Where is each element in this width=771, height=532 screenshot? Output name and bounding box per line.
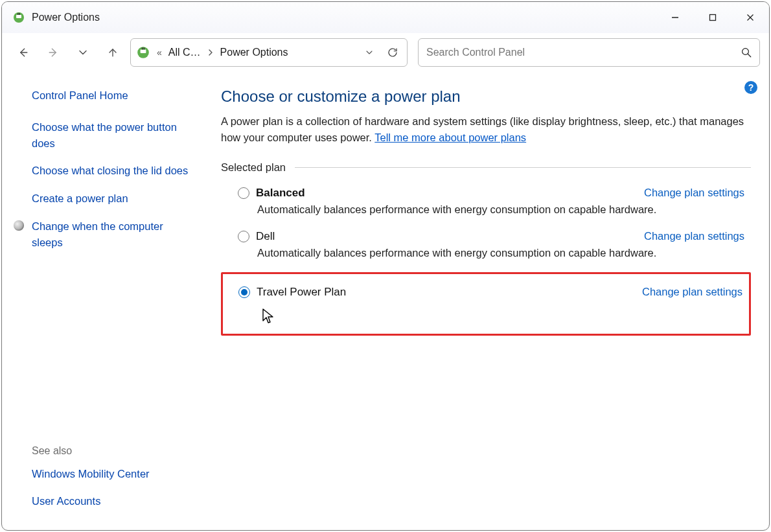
sidebar-link-power-button[interactable]: Choose what the power button does — [32, 119, 196, 152]
sidebar-link-create-plan[interactable]: Create a power plan — [32, 191, 196, 207]
sidebar: Control Panel Home Choose what the power… — [2, 76, 209, 522]
svg-rect-9 — [141, 50, 146, 54]
power-options-app-icon — [12, 11, 25, 24]
change-plan-settings-link[interactable]: Change plan settings — [644, 230, 744, 242]
current-page-bullet-icon — [14, 220, 24, 231]
power-plan-item: Balanced Change plan settings Automatica… — [221, 183, 751, 226]
search-icon[interactable] — [740, 47, 753, 58]
up-button[interactable] — [100, 40, 125, 65]
refresh-button[interactable] — [382, 47, 403, 58]
change-plan-settings-link[interactable]: Change plan settings — [644, 187, 744, 199]
maximize-button[interactable] — [694, 2, 731, 33]
svg-line-13 — [748, 54, 751, 57]
power-plan-item-selected: Travel Power Plan Change plan settings — [221, 272, 751, 336]
plan-name: Dell — [256, 230, 275, 243]
back-button[interactable] — [11, 40, 36, 65]
svg-rect-1 — [16, 15, 21, 18]
svg-rect-11 — [144, 47, 145, 49]
content-area: Control Panel Home Choose what the power… — [2, 76, 769, 522]
forward-button[interactable] — [41, 40, 65, 65]
svg-rect-5 — [710, 15, 716, 21]
close-button[interactable] — [731, 2, 769, 33]
selected-plan-label: Selected plan — [221, 161, 286, 174]
minimize-button[interactable] — [656, 2, 694, 33]
plan-radio-travel[interactable] — [238, 286, 250, 298]
breadcrumb-item[interactable]: Power Options — [220, 47, 288, 58]
see-also-heading: See also — [32, 445, 196, 457]
window-frame: Power Options « All C… — [1, 1, 770, 531]
learn-more-link[interactable]: Tell me more about power plans — [374, 132, 526, 143]
plan-description: Automatically balances performance with … — [257, 203, 744, 216]
power-plan-item: Dell Change plan settings Automatically … — [221, 226, 751, 270]
plan-name: Travel Power Plan — [257, 286, 346, 299]
see-also-mobility-center[interactable]: Windows Mobility Center — [32, 466, 196, 482]
svg-rect-2 — [17, 13, 19, 15]
see-also-user-accounts[interactable]: User Accounts — [32, 493, 196, 509]
plan-name: Balanced — [256, 187, 305, 200]
sidebar-link-computer-sleeps[interactable]: Change when the computer sleeps — [32, 220, 163, 248]
plan-description: Automatically balances performance with … — [257, 247, 744, 259]
cursor-icon — [262, 308, 275, 327]
radio-dot-icon — [241, 289, 247, 295]
control-panel-home-link[interactable]: Control Panel Home — [32, 87, 196, 104]
main-panel: Choose or customize a power plan A power… — [209, 76, 769, 522]
address-bar[interactable]: « All C… Power Options — [130, 38, 408, 67]
selected-plan-group: Selected plan — [221, 161, 751, 174]
divider — [295, 167, 751, 168]
navigation-bar: « All C… Power Options — [2, 33, 769, 76]
svg-rect-3 — [19, 13, 21, 15]
recent-locations-button[interactable] — [71, 40, 95, 65]
sidebar-link-closing-lid[interactable]: Choose what closing the lid does — [32, 163, 196, 179]
chevron-left-double-icon[interactable]: « — [154, 47, 165, 58]
address-history-dropdown[interactable] — [360, 47, 378, 58]
search-box[interactable] — [418, 38, 760, 67]
search-input[interactable] — [425, 46, 735, 59]
page-description: A power plan is a collection of hardware… — [221, 113, 751, 146]
plan-radio-dell[interactable] — [238, 231, 249, 242]
change-plan-settings-link[interactable]: Change plan settings — [642, 286, 742, 298]
titlebar: Power Options — [2, 2, 769, 33]
chevron-right-icon[interactable] — [205, 49, 216, 56]
help-icon[interactable]: ? — [744, 81, 757, 94]
window-title: Power Options — [32, 12, 100, 23]
location-icon — [136, 45, 150, 60]
svg-rect-10 — [142, 47, 143, 49]
breadcrumb-item[interactable]: All C… — [168, 47, 201, 58]
page-title: Choose or customize a power plan — [221, 87, 751, 106]
plan-radio-balanced[interactable] — [238, 187, 249, 199]
